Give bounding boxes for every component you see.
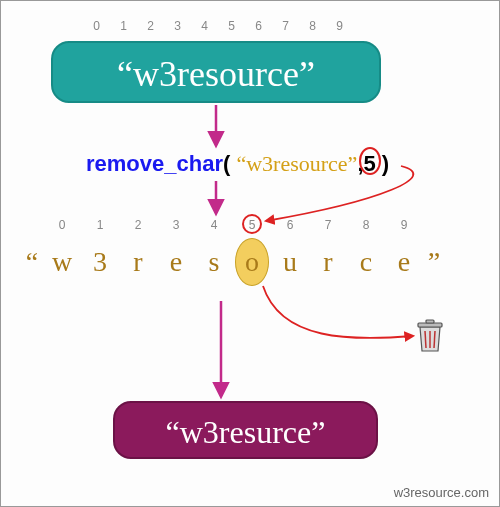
char: e [170, 246, 182, 277]
arg-index-circle [359, 147, 381, 175]
result-string-text: “w3resurce” [166, 414, 326, 450]
char-idx: 1 [81, 218, 119, 232]
char-cell: 6u [271, 246, 309, 278]
svg-rect-1 [426, 320, 434, 323]
char: r [133, 246, 142, 277]
spread-characters: “0w132r3e4s5o6u7r8c9e” [21, 246, 445, 278]
idx: 1 [110, 19, 137, 33]
char-idx: 6 [271, 218, 309, 232]
char-idx: 3 [157, 218, 195, 232]
char-idx: 0 [43, 218, 81, 232]
char: s [209, 246, 220, 277]
char-idx: 4 [195, 218, 233, 232]
char-cell: 3e [157, 246, 195, 278]
char: c [360, 246, 372, 277]
char-cell: 4s [195, 246, 233, 278]
char: w [52, 246, 72, 277]
idx: 4 [191, 19, 218, 33]
char-cell: 9e [385, 246, 423, 278]
svg-line-4 [434, 331, 435, 348]
function-call: remove_char( “w3resource”,5 ) [86, 151, 389, 177]
char-idx: 2 [119, 218, 157, 232]
idx: 2 [137, 19, 164, 33]
svg-rect-0 [418, 323, 442, 327]
idx: 7 [272, 19, 299, 33]
top-index-row: 0 1 2 3 4 5 6 7 8 9 [83, 19, 353, 33]
idx: 5 [218, 19, 245, 33]
char-cell: 7r [309, 246, 347, 278]
char-cell-highlight: 5o [233, 246, 271, 278]
curve-char-to-trash [263, 286, 413, 338]
footer-attribution: w3resource.com [394, 485, 489, 500]
char-idx: 5 [233, 218, 271, 232]
input-string-box: “w3resource” [51, 41, 381, 103]
char-cell: 8c [347, 246, 385, 278]
open-quote: “ [21, 246, 43, 278]
char-cell: 2r [119, 246, 157, 278]
input-string-text: “w3resource” [117, 54, 315, 94]
char: r [323, 246, 332, 277]
function-arg-index: 5 [364, 151, 376, 177]
char-cell: 13 [81, 246, 119, 278]
idx: 8 [299, 19, 326, 33]
result-string-box: “w3resurce” [113, 401, 378, 459]
trash-icon [416, 319, 444, 353]
idx: 3 [164, 19, 191, 33]
function-name: remove_char [86, 151, 223, 176]
char: e [398, 246, 410, 277]
close-quote: ” [423, 246, 445, 278]
char-idx: 8 [347, 218, 385, 232]
char-idx: 9 [385, 218, 423, 232]
idx: 9 [326, 19, 353, 33]
idx: 6 [245, 19, 272, 33]
char: o [245, 246, 259, 277]
char: u [283, 246, 297, 277]
char-cell: 0w [43, 246, 81, 278]
function-arg-string: “w3resource” [236, 151, 357, 176]
char: 3 [93, 246, 107, 277]
svg-line-2 [425, 331, 426, 348]
char-idx: 7 [309, 218, 347, 232]
paren-open: ( [223, 151, 236, 176]
idx: 0 [83, 19, 110, 33]
